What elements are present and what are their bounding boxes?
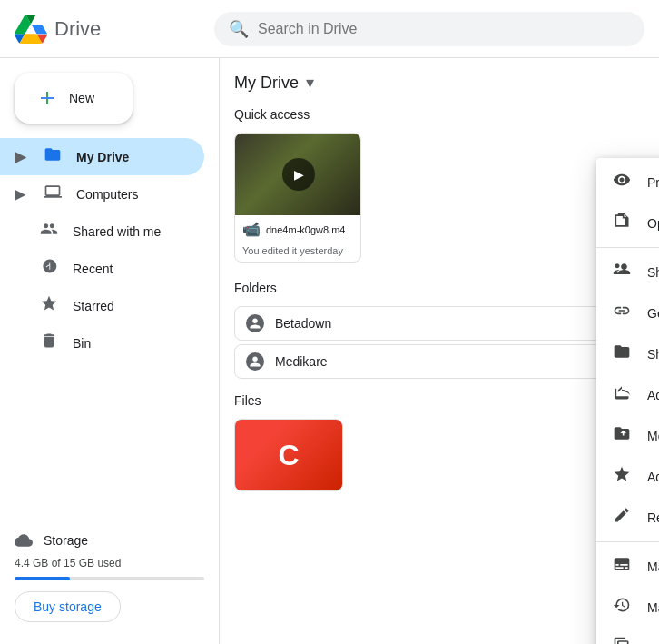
get-link-icon [611,302,633,324]
bin-icon [40,332,58,354]
drive-logo-icon [15,13,47,45]
menu-item-get-link[interactable]: Get link [596,292,659,333]
buy-storage-button[interactable]: Buy storage [15,591,121,622]
storage-used-text: 4.4 GB of 15 GB used [15,557,204,570]
nav-chevron-icon: ▶ [15,148,25,165]
shared-icon [40,220,58,243]
menu-item-manage-caption[interactable]: Manage caption tracks [596,546,659,587]
share-icon [611,261,633,283]
menu-item-label: Add to Starred [647,470,659,484]
manage-caption-icon [611,555,633,578]
computers-icon [44,183,62,205]
menu-item-open-with[interactable]: Open with › [596,203,659,243]
page-title: My Drive [234,74,299,93]
video-thumbnail: ▶ [235,134,361,215]
menu-item-add-starred[interactable]: Add to Starred [596,456,659,497]
sidebar-item-shared[interactable]: Shared with me [0,213,204,250]
menu-item-label: Move to [647,429,659,443]
move-to-icon [611,424,633,447]
logo-area: Drive [15,13,214,45]
sidebar-item-label: Shared with me [73,224,161,239]
shared-folder-badge [246,314,264,332]
file-name-text: dne4m-k0gw8.m4 [266,224,345,235]
folder-name: Betadown [275,316,331,331]
folder-item-betadown[interactable]: Betadown [234,306,644,341]
menu-item-preview[interactable]: Preview [596,162,659,203]
file-thumbnail[interactable]: C [234,419,343,491]
menu-item-show-file-location[interactable]: Show file location [596,333,659,374]
folder-name: Medikare [275,354,328,369]
sidebar-item-recent[interactable]: Recent [0,250,204,287]
storage-bar-background [15,577,204,580]
recent-icon [40,257,58,280]
storage-section: Storage 4.4 GB of 15 GB used Buy storage [0,517,219,637]
search-bar[interactable]: 🔍 [214,12,644,46]
dropdown-icon[interactable]: ▾ [306,73,314,93]
manage-versions-icon [611,596,633,619]
add-shortcut-icon [611,383,633,406]
quick-access-section: Quick access ▶ 📹 dne4m-k0gw8.m4 You edit… [234,107,644,263]
sidebar-item-starred[interactable]: Starred [0,287,204,324]
menu-item-move-to[interactable]: Move to [596,415,659,456]
shared-folder-badge [246,352,264,371]
menu-item-label: Show file location [647,347,659,362]
files-label: Files [234,393,644,408]
menu-item-label: Open with [647,216,659,231]
preview-icon [611,171,633,193]
search-input[interactable] [258,21,630,37]
menu-divider [596,247,659,248]
sidebar-item-my-drive[interactable]: ▶ My Drive [0,138,204,175]
add-starred-icon [611,465,633,488]
sidebar-item-label: Bin [73,336,91,351]
storage-bar-fill [15,577,70,580]
file-letter: C [278,439,299,472]
sidebar-item-label: Starred [73,299,114,313]
new-plus-icon [36,87,58,109]
menu-item-label: Manage versions [647,600,659,615]
quick-access-item[interactable]: ▶ 📹 dne4m-k0gw8.m4 You edited it yesterd… [234,133,361,263]
play-button-icon: ▶ [282,158,315,191]
menu-item-label: Manage caption tracks [647,560,659,574]
menu-item-label: Get link [647,306,659,321]
new-button[interactable]: New [15,73,133,124]
files-section: Files C [234,393,644,491]
nav-chevron-icon: ▶ [15,185,25,203]
storage-label: Storage [15,531,204,550]
quick-access-label: Quick access [234,107,644,122]
new-label: New [69,91,94,105]
menu-item-label: Share [647,265,659,280]
menu-item-rename[interactable]: Rename [596,497,659,538]
rename-icon [611,506,633,529]
sidebar-item-computers[interactable]: ▶ Computers [0,175,204,213]
svg-rect-1 [41,97,54,99]
edited-label: You edited it yesterday [235,243,360,262]
open-with-icon [611,212,633,234]
folder-item-medikare[interactable]: Medikare [234,344,644,379]
context-menu: Preview Open with › Share Get link Show … [596,158,659,644]
show-file-location-icon [611,342,633,365]
menu-item-label: Preview [647,175,659,190]
menu-item-manage-versions[interactable]: Manage versions [596,587,659,628]
starred-icon [40,294,58,317]
sidebar: New ▶ My Drive ▶ Computers Shared with m… [0,58,220,644]
sidebar-item-bin[interactable]: Bin [0,324,204,362]
file-name-bar: 📹 dne4m-k0gw8.m4 [235,215,360,243]
folders-label: Folders [234,281,644,295]
menu-item-label: Rename [647,510,659,525]
menu-divider [596,541,659,542]
app-title: Drive [54,17,101,41]
header: Drive 🔍 [0,0,659,58]
menu-item-label: Add a shortcut to Drive [647,388,659,402]
menu-item-share[interactable]: Share [596,252,659,292]
my-drive-header: My Drive ▾ [234,73,644,93]
sidebar-item-label: My Drive [76,150,129,164]
folders-section: Folders Betadown Medikare [234,281,644,379]
file-type-icon: 📹 [242,221,261,238]
main-content: My Drive ▾ Quick access ▶ 📹 dne4m-k0gw8.… [220,58,659,644]
menu-item-label: Make a copy [647,641,659,645]
sidebar-item-label: Recent [73,262,113,276]
main-layout: New ▶ My Drive ▶ Computers Shared with m… [0,58,659,644]
menu-item-add-shortcut[interactable]: Add a shortcut to Drive ? [596,374,659,415]
menu-item-make-copy[interactable]: Make a copy [596,628,659,644]
sidebar-item-label: Computers [76,187,138,202]
